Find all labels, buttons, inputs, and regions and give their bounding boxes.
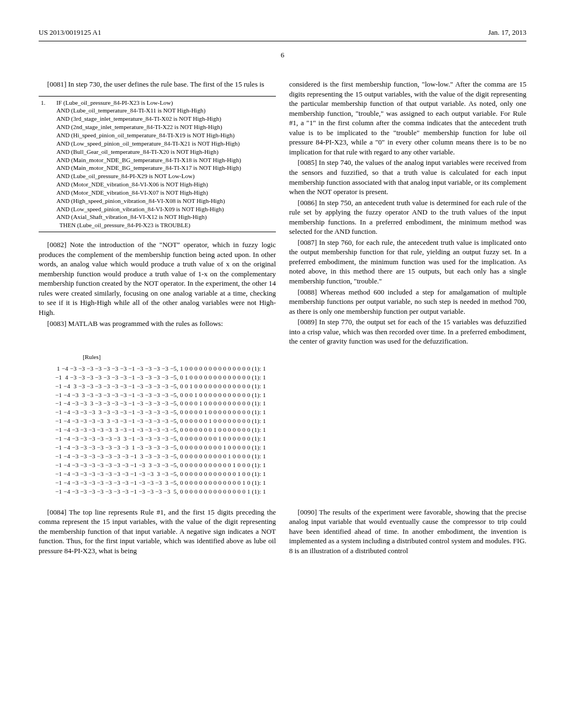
bottom-columns: [0084] The top line represents Rule #1, … — [39, 507, 526, 557]
para-0083: [0083] MATLAB was programmed with the ru… — [39, 319, 276, 329]
top-columns: [0081] In step 730, the user defines the… — [39, 79, 526, 347]
para-0084-cont: considered is the first membership funct… — [289, 79, 526, 157]
para-0086: [0086] In step 750, an antecedent truth … — [289, 198, 526, 237]
para-0082: [0082] Note the introduction of the "NOT… — [39, 240, 276, 317]
rules-heading: [Rules] — [83, 353, 526, 361]
rule-body: IF (Lube_oil_pressure_84-PI-X23 is Low-L… — [56, 99, 276, 230]
rule-number: 1. — [39, 99, 45, 230]
left-column-bottom: [0084] The top line represents Rule #1, … — [39, 507, 276, 557]
para-0088: [0088] Whereas method 600 included a ste… — [289, 287, 526, 317]
para-0090: [0090] The results of the experiment wer… — [289, 507, 526, 556]
pub-date: Jan. 17, 2013 — [488, 28, 526, 38]
rules-table: 1 −4 −3 −3 −3 −3 −3 −3 −3 −1 −3 −3 −3 −3… — [55, 365, 526, 496]
para-0085: [0085] In step 740, the values of the an… — [289, 158, 526, 196]
page-number: 6 — [39, 50, 526, 60]
left-column: [0081] In step 730, the user defines the… — [39, 79, 276, 347]
right-column-bottom: [0090] The results of the experiment wer… — [289, 507, 526, 557]
right-column: considered is the first membership funct… — [289, 79, 526, 347]
header-rule — [39, 41, 526, 41]
para-0084: [0084] The top line represents Rule #1, … — [39, 507, 276, 556]
para-0081: [0081] In step 730, the user defines the… — [39, 79, 276, 89]
pub-number: US 2013/0019125 A1 — [39, 28, 101, 38]
para-0089: [0089] In step 770, the output set for e… — [289, 317, 526, 346]
para-0087: [0087] In step 760, for each rule, the a… — [289, 238, 526, 286]
rule-definition: 1. IF (Lube_oil_pressure_84-PI-X23 is Lo… — [39, 96, 276, 233]
page-header: US 2013/0019125 A1 Jan. 17, 2013 — [39, 28, 526, 38]
